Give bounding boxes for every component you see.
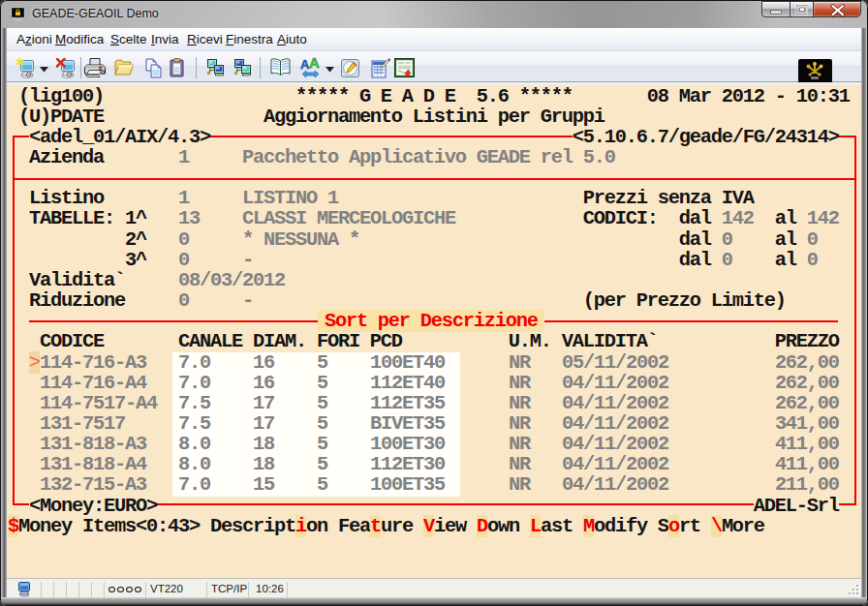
svg-text:A: A	[309, 56, 320, 71]
